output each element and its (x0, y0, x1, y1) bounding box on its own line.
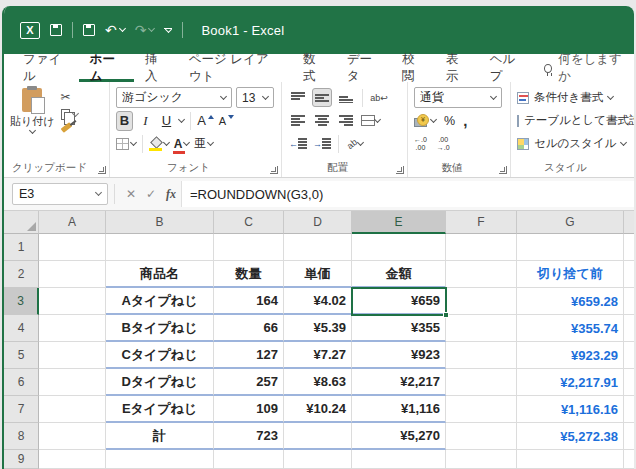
undo-button[interactable]: ↶ (105, 23, 125, 37)
cell[interactable] (214, 234, 284, 261)
align-center-button[interactable] (312, 111, 332, 130)
cell[interactable] (624, 315, 634, 342)
cell[interactable] (624, 450, 634, 469)
cell-C3[interactable]: 164 (214, 288, 284, 315)
number-format-combobox[interactable]: 通貨 (414, 87, 502, 108)
cell-E2[interactable]: 金額 (352, 261, 446, 288)
cell-C4[interactable]: 66 (214, 315, 284, 342)
formula-input[interactable]: =ROUNDDOWN(G3,0) (181, 181, 634, 207)
align-left-button[interactable] (288, 111, 308, 130)
cell[interactable] (39, 423, 106, 450)
cell[interactable] (517, 450, 624, 469)
tab-file[interactable]: ファイル (12, 54, 79, 82)
percent-style-button[interactable]: % (444, 114, 455, 128)
font-color-button[interactable]: A (173, 134, 190, 154)
cell-D5[interactable]: ¥7.27 (284, 342, 352, 369)
cell[interactable] (106, 234, 214, 261)
cell-G5[interactable]: ¥923.29 (517, 342, 624, 369)
enter-button[interactable]: ✓ (141, 187, 161, 201)
col-header-F[interactable]: F (446, 211, 517, 234)
cell[interactable] (39, 396, 106, 423)
align-right-button[interactable] (336, 111, 356, 130)
bold-button[interactable]: B (116, 111, 133, 131)
cell[interactable] (624, 261, 634, 288)
underline-button[interactable]: U (158, 111, 175, 131)
cell[interactable] (39, 450, 106, 469)
italic-button[interactable]: I (137, 111, 154, 131)
cell-G7[interactable]: ¥1,116.16 (517, 396, 624, 423)
dialog-launcher-icon[interactable] (98, 166, 106, 174)
cell[interactable] (624, 288, 634, 315)
redo-button[interactable]: ↷ (135, 23, 155, 37)
cell[interactable] (624, 396, 634, 423)
cell-D3[interactable]: ¥4.02 (284, 288, 352, 315)
cell-D7[interactable]: ¥10.24 (284, 396, 352, 423)
cell[interactable] (624, 234, 634, 261)
excel-app-icon[interactable]: X (20, 22, 40, 39)
cell-D2[interactable]: 単価 (284, 261, 352, 288)
cell-C6[interactable]: 257 (214, 369, 284, 396)
cell-D6[interactable]: ¥8.63 (284, 369, 352, 396)
cell[interactable] (446, 342, 517, 369)
customize-qat-button[interactable] (164, 28, 172, 33)
cell[interactable] (39, 288, 106, 315)
cell[interactable] (446, 234, 517, 261)
orientation-button[interactable]: ab (345, 134, 365, 153)
save-icon[interactable] (50, 24, 62, 36)
cell-D4[interactable]: ¥5.39 (284, 315, 352, 342)
name-box[interactable]: E3 (12, 183, 108, 205)
cell-D8[interactable] (284, 423, 352, 450)
cell-C5[interactable]: 127 (214, 342, 284, 369)
cell[interactable] (624, 369, 634, 396)
cell[interactable] (284, 234, 352, 261)
tab-help[interactable]: ヘルプ (479, 54, 535, 82)
format-as-table-button[interactable]: テーブルとして書式設 (517, 109, 630, 132)
cell-B5[interactable]: Cタイプねじ (106, 342, 214, 369)
row-header-7[interactable]: 7 (4, 396, 39, 423)
cell-E7[interactable]: ¥1,116 (352, 396, 446, 423)
top-align-button[interactable] (288, 88, 308, 107)
decrease-font-button[interactable]: A (218, 111, 235, 131)
cell-B2[interactable]: 商品名 (106, 261, 214, 288)
bottom-align-button[interactable] (336, 88, 356, 107)
cell[interactable] (39, 369, 106, 396)
cell-B7[interactable]: Eタイプねじ (106, 396, 214, 423)
cell-E8[interactable]: ¥5,270 (352, 423, 446, 450)
cell-E6[interactable]: ¥2,217 (352, 369, 446, 396)
middle-align-button[interactable] (312, 88, 332, 107)
cell[interactable] (517, 234, 624, 261)
increase-indent-button[interactable]: → (312, 134, 332, 153)
comma-style-button[interactable]: , (463, 112, 467, 129)
chevron-down-icon[interactable] (178, 115, 185, 122)
merge-center-button[interactable] (360, 111, 380, 130)
fill-color-button[interactable] (149, 134, 169, 154)
cell-G6[interactable]: ¥2,217.91 (517, 369, 624, 396)
decrease-indent-button[interactable]: ← (288, 134, 308, 153)
cell[interactable] (39, 315, 106, 342)
copy-button[interactable] (61, 109, 78, 120)
row-header-3[interactable]: 3 (4, 288, 39, 315)
col-header-A[interactable]: A (39, 211, 106, 234)
cell[interactable] (446, 369, 517, 396)
cell-B8[interactable]: 計 (106, 423, 214, 450)
row-header-6[interactable]: 6 (4, 369, 39, 396)
tab-home[interactable]: ホーム (79, 54, 134, 82)
cell-G4[interactable]: ¥355.74 (517, 315, 624, 342)
cell-E5[interactable]: ¥923 (352, 342, 446, 369)
tab-page-layout[interactable]: ページ レイアウト (178, 54, 292, 82)
phonetic-guide-button[interactable]: 亜 (194, 134, 213, 154)
borders-button[interactable] (116, 134, 136, 154)
cell-C8[interactable]: 723 (214, 423, 284, 450)
cell[interactable] (446, 315, 517, 342)
increase-decimal-button[interactable]: ←.0.00 (414, 136, 427, 151)
conditional-formatting-button[interactable]: 条件付き書式 (517, 86, 630, 109)
format-painter-button[interactable] (61, 125, 78, 130)
tab-review[interactable]: 校閲 (391, 54, 435, 82)
cell-B3[interactable]: Aタイプねじ (106, 288, 214, 315)
font-name-combobox[interactable]: 游ゴシック (116, 87, 232, 108)
font-size-combobox[interactable]: 13 (236, 87, 274, 108)
cell[interactable] (446, 450, 517, 469)
cell-G8[interactable]: ¥5,272.38 (517, 423, 624, 450)
insert-function-button[interactable]: fx (161, 187, 181, 202)
tab-data[interactable]: データ (336, 54, 391, 82)
